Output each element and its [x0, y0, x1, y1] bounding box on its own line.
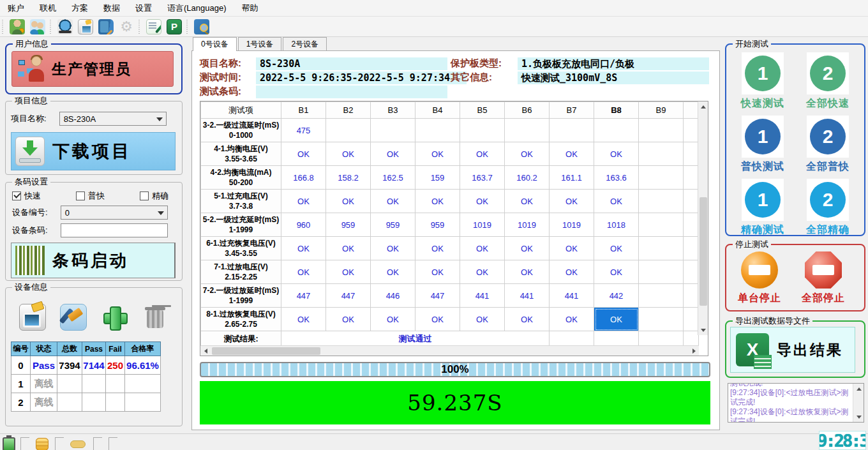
start-button-全部精确[interactable]: 2全部精确 — [798, 179, 858, 237]
test-value-cell[interactable]: OK — [415, 237, 460, 260]
test-value-cell[interactable]: 959 — [371, 213, 415, 237]
test-value-cell[interactable]: 441 — [550, 284, 594, 308]
test-value-cell[interactable]: OK — [550, 237, 594, 260]
barcode-start-button[interactable]: 条码启动 — [11, 243, 176, 278]
test-value-cell[interactable]: OK — [505, 308, 550, 331]
test-value-cell[interactable]: OK — [550, 190, 594, 213]
project-button[interactable]: P — [165, 19, 183, 35]
test-value-cell[interactable]: 163.6 — [594, 166, 639, 190]
vertical-scrollbar[interactable] — [698, 101, 708, 335]
test-value-cell[interactable]: OK — [460, 190, 505, 213]
start-button-全部普快[interactable]: 2全部普快 — [798, 116, 858, 174]
test-value-cell[interactable]: 1019 — [550, 213, 594, 237]
test-value-cell[interactable]: OK — [371, 237, 415, 260]
checkbox-精确[interactable]: 精确 — [140, 190, 168, 202]
start-button-普快测试[interactable]: 1普快测试 — [733, 116, 793, 174]
test-value-cell[interactable]: 1018 — [594, 213, 639, 237]
device-tools-button[interactable] — [58, 302, 89, 333]
device-add-button[interactable] — [99, 302, 130, 333]
test-value-cell[interactable]: OK — [505, 260, 550, 284]
test-value-cell[interactable] — [550, 119, 594, 142]
test-value-cell[interactable]: 959 — [415, 213, 460, 237]
test-log-box[interactable]: 测试完成![9:27:34]设备[0]:<过放电压测试>测试完成![9:27:3… — [728, 383, 864, 423]
test-value-cell[interactable]: 447 — [281, 284, 326, 308]
export-results-button[interactable]: X 导出结果 — [730, 327, 855, 373]
horizontal-scroll-thumb[interactable] — [212, 347, 320, 355]
checkbox-快速[interactable]: 快速 — [12, 190, 41, 202]
test-value-cell[interactable]: 442 — [594, 284, 639, 308]
test-value-cell[interactable]: 447 — [415, 284, 460, 308]
user-group-button[interactable] — [29, 19, 47, 35]
test-value-cell[interactable] — [639, 213, 684, 237]
test-value-cell[interactable] — [639, 142, 684, 166]
log-scrollbar[interactable] — [853, 384, 864, 422]
test-value-cell[interactable]: OK — [594, 190, 639, 213]
device-no-select[interactable]: 0 — [61, 206, 168, 220]
horizontal-scrollbar[interactable] — [200, 345, 699, 356]
menu-item-设置[interactable]: 设置 — [128, 0, 160, 17]
device-delete-button[interactable] — [140, 302, 170, 333]
test-value-cell[interactable]: OK — [594, 260, 639, 284]
test-value-cell[interactable]: OK — [281, 237, 326, 260]
menu-item-账户[interactable]: 账户 — [0, 0, 32, 17]
test-value-cell[interactable]: OK — [505, 237, 550, 260]
device-machine-button[interactable] — [17, 302, 48, 333]
test-value-cell[interactable]: 159 — [415, 166, 460, 190]
test-value-cell[interactable] — [639, 166, 684, 190]
test-value-cell[interactable]: 166.8 — [281, 166, 326, 190]
menu-item-方案[interactable]: 方案 — [64, 0, 96, 17]
start-button-全部快速[interactable]: 2全部快速 — [798, 52, 858, 110]
test-value-cell[interactable]: OK — [371, 190, 415, 213]
scroll-up-arrow[interactable] — [698, 101, 708, 112]
test-value-cell[interactable]: 446 — [371, 284, 415, 308]
test-value-cell[interactable]: OK — [460, 142, 505, 166]
test-value-cell[interactable]: 160.2 — [505, 166, 550, 190]
stop-single-button[interactable]: 单台停止 — [738, 251, 781, 305]
test-value-cell[interactable]: 163.7 — [460, 166, 505, 190]
test-value-cell[interactable]: OK — [415, 260, 460, 284]
log-scroll-down-arrow[interactable] — [853, 412, 864, 422]
stop-all-button[interactable]: 全部停止 — [802, 251, 845, 305]
test-value-cell[interactable] — [639, 237, 684, 260]
test-value-cell[interactable]: OK — [281, 190, 326, 213]
test-value-cell[interactable] — [639, 119, 684, 142]
test-value-cell[interactable]: OK — [594, 237, 639, 260]
test-value-cell[interactable] — [639, 308, 684, 331]
current-user-button[interactable]: 生产管理员 — [11, 51, 174, 87]
menu-item-帮助[interactable]: 帮助 — [234, 0, 266, 17]
start-button-快速测试[interactable]: 1快速测试 — [733, 52, 793, 110]
test-value-cell[interactable]: OK — [415, 142, 460, 166]
test-value-cell[interactable]: OK — [594, 142, 639, 166]
test-value-cell[interactable]: OK — [460, 308, 505, 331]
test-value-cell[interactable]: OK — [550, 260, 594, 284]
address-book-button[interactable] — [97, 19, 115, 35]
test-value-cell[interactable]: 158.2 — [326, 166, 371, 190]
test-value-cell[interactable] — [326, 119, 371, 142]
test-value-cell[interactable]: 1019 — [505, 213, 550, 237]
test-value-cell[interactable]: 959 — [326, 213, 371, 237]
test-value-cell[interactable]: OK — [371, 260, 415, 284]
test-value-cell[interactable]: OK — [460, 237, 505, 260]
test-value-cell[interactable]: 475 — [281, 119, 326, 142]
test-value-cell[interactable] — [639, 190, 684, 213]
test-value-cell[interactable]: OK — [326, 237, 371, 260]
test-value-cell[interactable]: OK — [371, 308, 415, 331]
test-value-cell[interactable]: 1019 — [460, 213, 505, 237]
remote-device-button[interactable] — [56, 19, 74, 35]
checkbox-普快[interactable]: 普快 — [76, 190, 105, 202]
test-value-cell[interactable]: OK — [326, 260, 371, 284]
edit-note-button[interactable] — [145, 19, 163, 35]
test-value-cell[interactable] — [594, 119, 639, 142]
device-barcode-input[interactable] — [61, 223, 168, 237]
test-value-cell[interactable]: OK — [550, 308, 594, 331]
test-value-cell[interactable]: OK — [415, 308, 460, 331]
test-value-cell[interactable]: OK — [505, 142, 550, 166]
scroll-left-arrow[interactable] — [200, 346, 211, 356]
tab-device-2[interactable]: 2号设备 — [283, 37, 327, 50]
test-value-cell[interactable]: OK — [281, 260, 326, 284]
project-name-select[interactable]: 8S-230A — [59, 112, 167, 126]
test-value-cell[interactable]: OK — [415, 190, 460, 213]
test-value-cell[interactable]: OK — [371, 142, 415, 166]
test-value-cell[interactable]: 960 — [281, 213, 326, 237]
test-value-cell[interactable]: OK — [460, 260, 505, 284]
